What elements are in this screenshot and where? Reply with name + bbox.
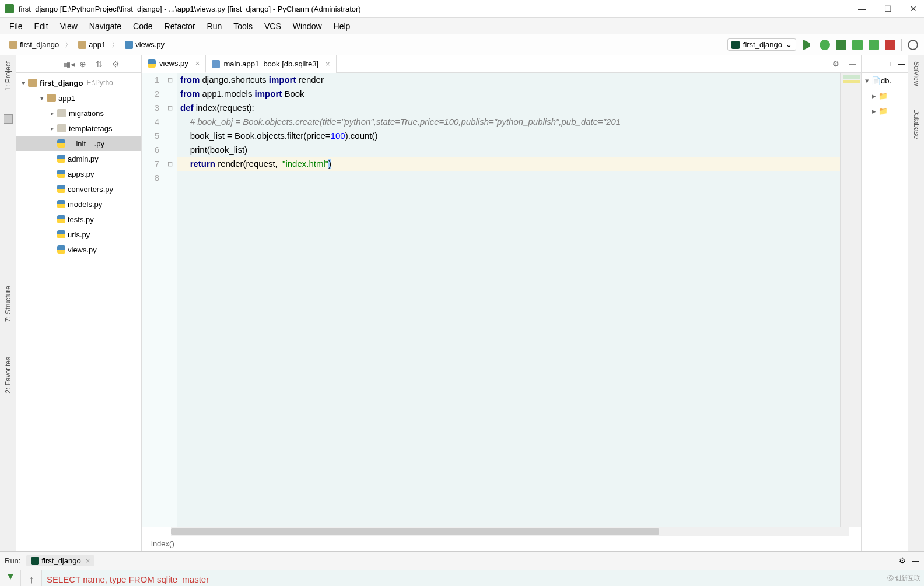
console-output[interactable]: SELECT name, type FROM sqlite_master WHE… [42,570,924,586]
run-toolbar-nav: ↑ ↓ [21,570,42,586]
project-panel: ▦◂ ⊕ ⇅ ⚙ — ▾first_djangoE:\Pytho ▾app1▸m… [16,55,142,551]
close-button[interactable]: ✕ [908,4,919,13]
tree-label: app1 [58,94,75,103]
watermark-logo: Ⓒ创新互联 [887,574,921,583]
editor-tab[interactable]: views.py × [142,55,206,73]
profile-button[interactable] [852,40,863,50]
expand-arrow-icon[interactable]: ▾ [865,76,869,85]
run-button[interactable] [803,40,814,50]
menu-view[interactable]: View [54,22,83,31]
breadcrumb-item[interactable]: app1 [75,39,109,50]
menu-edit[interactable]: Edit [29,22,54,31]
expand-arrow-icon[interactable]: ▾ [37,94,47,102]
code-editor[interactable]: 12345678 ⊟⊟⊟ from django.shortcuts impor… [142,73,861,527]
gear-icon[interactable]: ⚙ [828,59,844,68]
toolwindow-tab-sciview[interactable]: SciView [912,61,921,86]
tree-node[interactable]: admin.py [16,151,141,166]
tree-node[interactable]: ▾app1 [16,90,141,106]
run-tab-label: first_django [41,556,80,565]
project-tree[interactable]: ▾first_djangoE:\Pytho ▾app1▸migrations▸t… [16,73,141,551]
breadcrumb: first_django 〉 app1 〉 views.py [6,39,727,50]
collapse-icon[interactable]: ⇅ [96,59,105,69]
folder-icon [47,94,56,102]
minimize-icon[interactable]: — [128,59,138,69]
minimize-button[interactable]: — [856,4,868,13]
editor-tab[interactable]: main.app1_book [db.sqlite3] × [206,55,336,73]
code-area[interactable]: from django.shortcuts import render from… [177,73,840,527]
database-panel-header: + — [862,55,908,73]
python-file-icon [125,41,133,49]
stop-button[interactable] [885,40,895,50]
menu-code[interactable]: Code [127,22,158,31]
editor-breadcrumb[interactable]: index() [142,536,861,551]
folder-icon [57,109,66,117]
close-icon[interactable]: × [86,556,90,565]
hide-icon[interactable]: — [844,59,861,68]
toolwindow-tab-project[interactable]: 1: Project [4,61,12,91]
menu-window[interactable]: Window [287,22,328,31]
menu-help[interactable]: Help [328,22,356,31]
hide-icon[interactable]: — [898,59,905,68]
breadcrumb-item[interactable]: first_django [6,39,62,50]
tree-node[interactable]: apps.py [16,166,141,181]
tree-node[interactable]: ▸📁 [862,103,908,118]
menu-refactor[interactable]: Refactor [159,22,201,31]
tree-node[interactable]: urls.py [16,227,141,242]
expand-arrow-icon[interactable]: ▸ [872,92,876,100]
tree-node[interactable]: ▸📁 [862,88,908,103]
error-stripe[interactable] [840,73,861,527]
line-gutter: 12345678 [142,73,163,527]
gear-icon[interactable]: ⚙ [112,59,121,69]
tree-node[interactable]: __init__.py [16,136,141,151]
gear-icon[interactable]: ⚙ [899,556,906,565]
menu-file[interactable]: File [4,22,29,31]
hide-icon[interactable]: — [912,556,919,565]
fold-column[interactable]: ⊟⊟⊟ [163,73,177,527]
view-mode-icon[interactable]: ▦◂ [63,59,72,69]
tree-node[interactable]: ▾📄 db. [862,73,908,88]
toolwindow-tab-database[interactable]: Database [912,109,921,139]
python-file-icon [57,155,65,163]
django-icon [732,41,740,49]
toolwindow-icon[interactable] [4,114,13,124]
rerun-button[interactable] [8,574,13,580]
menu-vcs[interactable]: VCS [258,22,287,31]
tree-node-root[interactable]: ▾first_djangoE:\Pytho [16,75,141,90]
menu-tools[interactable]: Tools [228,22,258,31]
horizontal-scrollbar[interactable] [171,527,849,536]
tree-node[interactable]: tests.py [16,212,141,227]
expand-arrow-icon[interactable]: ▾ [19,79,28,87]
tree-node[interactable]: ▸templatetags [16,121,141,136]
toolwindow-tab-structure[interactable]: 7: Structure [4,286,12,322]
coverage-button[interactable] [836,40,846,50]
tree-label: __init__.py [68,139,104,148]
menu-run[interactable]: Run [201,22,228,31]
toolwindow-tab-favorites[interactable]: 2: Favorites [4,357,12,394]
python-file-icon [57,139,65,148]
run-tab[interactable]: first_django× [26,555,94,566]
run-toolbar-left: 🖶 🗑 [0,570,21,586]
tree-label: urls.py [68,230,90,239]
expand-arrow-icon[interactable]: ▸ [48,110,57,117]
concurrent-button[interactable] [869,40,879,50]
tree-node[interactable]: converters.py [16,181,141,196]
python-file-icon [57,200,65,208]
locate-icon[interactable]: ⊕ [79,59,89,69]
search-everywhere-button[interactable] [908,40,918,50]
tree-node[interactable]: models.py [16,196,141,212]
tree-node[interactable]: views.py [16,242,141,257]
close-tab-icon[interactable]: × [326,59,330,68]
add-icon[interactable]: + [888,59,893,68]
menubar: File Edit View Navigate Code Refactor Ru… [0,18,924,34]
debug-button[interactable] [820,40,830,50]
menu-navigate[interactable]: Navigate [83,22,127,31]
close-tab-icon[interactable]: × [195,59,200,68]
editor-column: views.py × main.app1_book [db.sqlite3] ×… [142,55,861,551]
expand-arrow-icon[interactable]: ▸ [48,125,57,132]
tree-node[interactable]: ▸migrations [16,106,141,121]
expand-arrow-icon[interactable]: ▸ [872,107,876,115]
maximize-button[interactable]: ☐ [882,4,894,13]
breadcrumb-item[interactable]: views.py [121,39,168,50]
run-config-selector[interactable]: first_django ⌄ [727,38,796,51]
up-button[interactable]: ↑ [29,574,34,586]
